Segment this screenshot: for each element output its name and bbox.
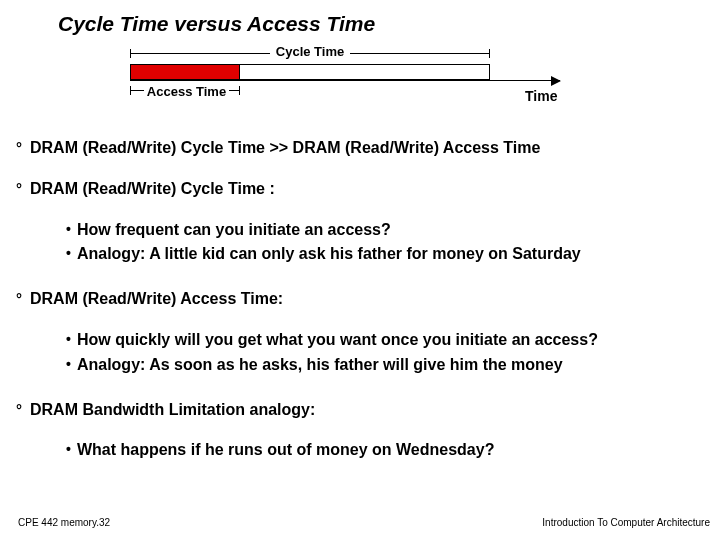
degree-marker-icon: ° (16, 138, 22, 158)
content-body: ° DRAM (Read/Write) Cycle Time >> DRAM (… (10, 138, 710, 461)
time-axis-arrow (130, 80, 560, 81)
sub-bullet-text: How quickly will you get what you want o… (77, 330, 710, 351)
dot-marker-icon: • (66, 355, 71, 375)
sub-bullet-text: Analogy: As soon as he asks, his father … (77, 355, 710, 376)
bullet-text: DRAM Bandwidth Limitation analogy: (30, 400, 710, 421)
access-time-label: Access Time (144, 84, 229, 99)
bullet-text: DRAM (Read/Write) Cycle Time >> DRAM (Re… (30, 138, 710, 159)
dot-marker-icon: • (66, 244, 71, 264)
bullet-text: DRAM (Read/Write) Access Time: (30, 289, 710, 310)
degree-marker-icon: ° (16, 400, 22, 420)
footer-left: CPE 442 memory.32 (18, 517, 110, 528)
bullet-text: DRAM (Read/Write) Cycle Time : (30, 179, 710, 200)
dot-marker-icon: • (66, 440, 71, 460)
slide: Cycle Time versus Access Time Cycle Time… (0, 0, 720, 540)
degree-marker-icon: ° (16, 289, 22, 309)
sub-bullet: • How frequent can you initiate an acces… (66, 220, 710, 241)
sub-bullet: • How quickly will you get what you want… (66, 330, 710, 351)
bullet-3: ° DRAM (Read/Write) Access Time: (16, 289, 710, 310)
cycle-time-label: Cycle Time (270, 44, 350, 59)
access-time-bar (130, 64, 240, 80)
sub-bullet: • Analogy: A little kid can only ask his… (66, 244, 710, 265)
degree-marker-icon: ° (16, 179, 22, 199)
slide-title: Cycle Time versus Access Time (58, 12, 710, 36)
sub-bullet: • What happens if he runs out of money o… (66, 440, 710, 461)
footer-right: Introduction To Computer Architecture (542, 517, 710, 528)
bullet-4: ° DRAM Bandwidth Limitation analogy: (16, 400, 710, 421)
sub-bullet-text: How frequent can you initiate an access? (77, 220, 710, 241)
time-axis-label: Time (525, 88, 557, 104)
sub-bullet-text: What happens if he runs out of money on … (77, 440, 710, 461)
dot-marker-icon: • (66, 220, 71, 240)
timing-diagram: Cycle Time Access Time Time (130, 50, 630, 122)
sub-bullet: • Analogy: As soon as he asks, his fathe… (66, 355, 710, 376)
bullet-2: ° DRAM (Read/Write) Cycle Time : (16, 179, 710, 200)
dot-marker-icon: • (66, 330, 71, 350)
sub-bullet-text: Analogy: A little kid can only ask his f… (77, 244, 710, 265)
bullet-1: ° DRAM (Read/Write) Cycle Time >> DRAM (… (16, 138, 710, 159)
